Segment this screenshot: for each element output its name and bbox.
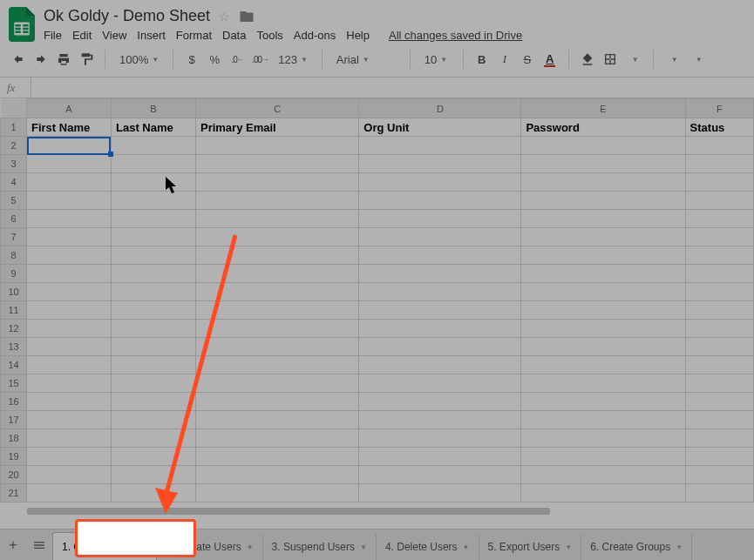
- cell[interactable]: [111, 228, 195, 246]
- row-header[interactable]: 2: [1, 137, 27, 155]
- menu-add-ons[interactable]: Add-ons: [294, 29, 336, 42]
- cell[interactable]: Org Unit: [359, 118, 521, 137]
- cell[interactable]: [111, 246, 195, 265]
- column-header-B[interactable]: B: [111, 99, 195, 118]
- chevron-down-icon[interactable]: ▼: [676, 543, 683, 551]
- cell[interactable]: [685, 228, 753, 246]
- zoom-select[interactable]: 100%▼: [114, 49, 164, 70]
- cell[interactable]: [685, 338, 753, 356]
- cell[interactable]: [111, 265, 195, 283]
- cell[interactable]: [111, 374, 195, 393]
- cell[interactable]: [521, 301, 685, 320]
- row-header[interactable]: 15: [1, 374, 27, 393]
- cell[interactable]: [195, 448, 358, 466]
- row-header[interactable]: 16: [1, 393, 27, 411]
- cell[interactable]: [521, 448, 685, 466]
- cell[interactable]: [685, 137, 753, 155]
- cell[interactable]: [359, 246, 521, 265]
- cell[interactable]: [521, 210, 685, 228]
- font-size-select[interactable]: 10▼: [419, 49, 454, 70]
- cell[interactable]: [521, 356, 685, 374]
- cell[interactable]: [27, 338, 112, 356]
- row-header[interactable]: 20: [1, 466, 27, 484]
- cell[interactable]: [27, 374, 112, 393]
- cell[interactable]: [359, 356, 521, 374]
- cell[interactable]: [521, 228, 685, 246]
- cell[interactable]: [359, 466, 521, 484]
- cell[interactable]: [685, 374, 753, 393]
- cell[interactable]: [359, 265, 521, 283]
- cell[interactable]: Primary Email: [195, 118, 358, 137]
- cell[interactable]: [521, 173, 685, 192]
- cell[interactable]: [27, 448, 112, 466]
- cell[interactable]: [521, 393, 685, 411]
- cell[interactable]: [359, 448, 521, 466]
- menu-tools[interactable]: Tools: [256, 29, 282, 42]
- cell[interactable]: [111, 320, 195, 338]
- sheet-tab[interactable]: 5. Export Users▼: [479, 534, 582, 560]
- cell[interactable]: [685, 246, 753, 265]
- cell[interactable]: [27, 155, 112, 173]
- cell[interactable]: [685, 301, 753, 320]
- cell[interactable]: Last Name: [111, 118, 195, 137]
- cell[interactable]: [359, 228, 521, 246]
- cell[interactable]: [359, 484, 521, 503]
- cell[interactable]: [195, 338, 358, 356]
- paint-format-icon[interactable]: [77, 49, 96, 70]
- cell[interactable]: [359, 393, 521, 411]
- menu-edit[interactable]: Edit: [72, 29, 92, 42]
- cell[interactable]: [111, 301, 195, 320]
- cell[interactable]: [111, 448, 195, 466]
- cell[interactable]: [521, 283, 685, 301]
- cell[interactable]: [685, 429, 753, 448]
- sheet-tab[interactable]: 6. Create Groups▼: [581, 534, 692, 560]
- horizontal-scrollbar[interactable]: [27, 508, 754, 516]
- cell[interactable]: [195, 393, 358, 411]
- cell[interactable]: [27, 393, 112, 411]
- column-header-D[interactable]: D: [359, 99, 521, 118]
- cell[interactable]: [685, 411, 753, 429]
- column-header-A[interactable]: A: [27, 99, 112, 118]
- sheet-tab[interactable]: 2. Update Users▼: [157, 534, 263, 560]
- sheet-tab[interactable]: 1. Create Users▼: [52, 532, 157, 560]
- cell[interactable]: [195, 228, 358, 246]
- cell[interactable]: [359, 338, 521, 356]
- cell[interactable]: [195, 246, 358, 265]
- cell[interactable]: [359, 210, 521, 228]
- cell[interactable]: [27, 228, 112, 246]
- cell[interactable]: [521, 155, 685, 173]
- row-header[interactable]: 3: [1, 155, 27, 173]
- percent-button[interactable]: %: [205, 49, 224, 70]
- undo-icon[interactable]: [9, 49, 28, 70]
- cell[interactable]: [27, 429, 112, 448]
- chevron-down-icon[interactable]: ▼: [360, 543, 367, 551]
- cell[interactable]: [685, 320, 753, 338]
- cell[interactable]: [27, 283, 112, 301]
- star-icon[interactable]: ☆: [219, 10, 230, 24]
- cell[interactable]: [521, 411, 685, 429]
- cell[interactable]: First Name: [27, 118, 112, 137]
- row-header[interactable]: 19: [1, 448, 27, 466]
- cell[interactable]: [521, 320, 685, 338]
- sheet-tab[interactable]: 3. Suspend Users▼: [263, 534, 377, 560]
- cell[interactable]: [195, 283, 358, 301]
- cell[interactable]: Password: [521, 118, 685, 137]
- row-header[interactable]: 9: [1, 265, 27, 283]
- cell[interactable]: [111, 283, 195, 301]
- row-header[interactable]: 1: [1, 118, 27, 137]
- cell[interactable]: [685, 173, 753, 192]
- cell[interactable]: [111, 155, 195, 173]
- cell[interactable]: [359, 301, 521, 320]
- add-sheet-button[interactable]: +: [0, 530, 26, 561]
- cell[interactable]: [521, 484, 685, 503]
- row-header[interactable]: 6: [1, 210, 27, 228]
- cell[interactable]: [27, 265, 112, 283]
- cell[interactable]: [195, 484, 358, 503]
- doc-title[interactable]: Ok Goldy - Demo Sheet: [44, 7, 210, 25]
- bold-button[interactable]: B: [472, 49, 492, 70]
- horizontal-align-icon[interactable]: ▼: [662, 49, 683, 70]
- increase-decimal-button[interactable]: .00→: [250, 49, 269, 70]
- cell[interactable]: [685, 484, 753, 503]
- cell[interactable]: [27, 173, 112, 192]
- cell[interactable]: [195, 137, 358, 155]
